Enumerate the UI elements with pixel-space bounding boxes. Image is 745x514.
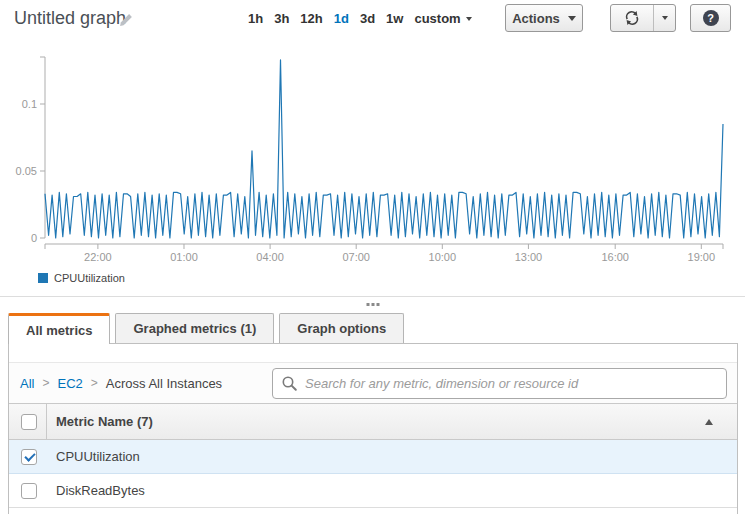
chart-line — [45, 60, 723, 238]
checkbox-cell — [9, 440, 47, 473]
breadcrumb-separator: > — [91, 376, 98, 390]
metrics-toolbar: All>EC2>Across All Instances — [9, 362, 737, 403]
breadcrumb: All>EC2>Across All Instances — [20, 376, 222, 391]
metric-rows: CPUUtilizationDiskReadBytes — [9, 440, 737, 514]
legend-swatch — [38, 273, 48, 283]
cloudwatch-metrics-page: Untitled graph 1h3h12h1d3d1wcustom Actio… — [0, 0, 745, 514]
drag-handle-icon[interactable] — [360, 301, 385, 308]
actions-button[interactable]: Actions — [505, 4, 583, 32]
tab-all-metrics[interactable]: All metrics — [8, 313, 110, 344]
help-button[interactable]: ? — [690, 4, 731, 32]
y-tick-label: 0.05 — [16, 165, 37, 177]
chart-legend-item[interactable]: CPUUtilization — [38, 272, 125, 284]
time-range-12h[interactable]: 12h — [300, 11, 322, 26]
tab-graph-options[interactable]: Graph options — [279, 313, 404, 343]
refresh-icon — [624, 10, 640, 26]
metric-name-header-label: Metric Name (7) — [56, 414, 153, 429]
metrics-panel: All>EC2>Across All Instances Metric Name… — [8, 343, 738, 514]
actions-button-label: Actions — [512, 11, 560, 26]
row-checkbox[interactable] — [21, 449, 37, 465]
metric-name-cell: CPUUtilization — [56, 449, 140, 464]
time-range-3h[interactable]: 3h — [274, 11, 289, 26]
metric-name-cell: DiskReadBytes — [56, 483, 145, 498]
pencil-icon[interactable] — [118, 12, 134, 28]
time-range-3d[interactable]: 3d — [360, 11, 375, 26]
checkbox-cell — [9, 474, 47, 507]
x-tick-label: 01:00 — [170, 251, 198, 263]
table-row-diskreadbytes[interactable]: DiskReadBytes — [9, 474, 737, 508]
x-tick-label: 19:00 — [688, 251, 716, 263]
metrics-chart[interactable]: 00.050.122:0001:0004:0007:0010:0013:0016… — [0, 35, 745, 290]
row-checkbox[interactable] — [21, 483, 37, 499]
table-row-cpuutilization[interactable]: CPUUtilization — [9, 440, 737, 474]
time-range-group: 1h3h12h1d3d1wcustom — [248, 11, 472, 26]
x-tick-label: 07:00 — [342, 251, 370, 263]
chevron-down-icon — [568, 16, 576, 21]
x-tick-label: 16:00 — [601, 251, 629, 263]
x-tick-label: 04:00 — [256, 251, 284, 263]
breadcrumb-item-across-all-instances: Across All Instances — [106, 376, 222, 391]
search-icon — [281, 375, 298, 392]
help-icon: ? — [703, 10, 719, 26]
time-range-1d[interactable]: 1d — [334, 11, 349, 26]
y-tick-label: 0 — [31, 232, 37, 244]
metric-name-header[interactable]: Metric Name (7) — [9, 403, 737, 440]
y-tick-label: 0.1 — [22, 98, 37, 110]
breadcrumb-item-all[interactable]: All — [20, 376, 34, 391]
refresh-dropdown-button[interactable] — [654, 5, 675, 31]
x-tick-label: 22:00 — [84, 251, 112, 263]
search-input[interactable] — [272, 368, 727, 399]
page-title: Untitled graph — [14, 8, 126, 29]
breadcrumb-separator: > — [42, 376, 49, 390]
time-range-custom[interactable]: custom — [414, 11, 471, 26]
refresh-button-group — [610, 4, 676, 32]
sort-asc-icon — [705, 419, 713, 425]
chevron-down-icon — [662, 16, 668, 20]
select-all-checkbox[interactable] — [21, 414, 37, 430]
x-tick-label: 13:00 — [515, 251, 543, 263]
tab-graphed-metrics-1[interactable]: Graphed metrics (1) — [115, 313, 274, 343]
legend-label: CPUUtilization — [54, 272, 125, 284]
time-range-1h[interactable]: 1h — [248, 11, 263, 26]
search-box — [272, 368, 727, 399]
time-range-1w[interactable]: 1w — [386, 11, 403, 26]
breadcrumb-item-ec2[interactable]: EC2 — [57, 376, 82, 391]
x-tick-label: 10:00 — [429, 251, 457, 263]
tabs: All metricsGraphed metrics (1)Graph opti… — [8, 313, 404, 344]
select-all-cell — [9, 404, 47, 439]
chevron-down-icon — [466, 17, 472, 21]
refresh-button[interactable] — [611, 5, 654, 31]
panel-divider — [0, 296, 745, 297]
